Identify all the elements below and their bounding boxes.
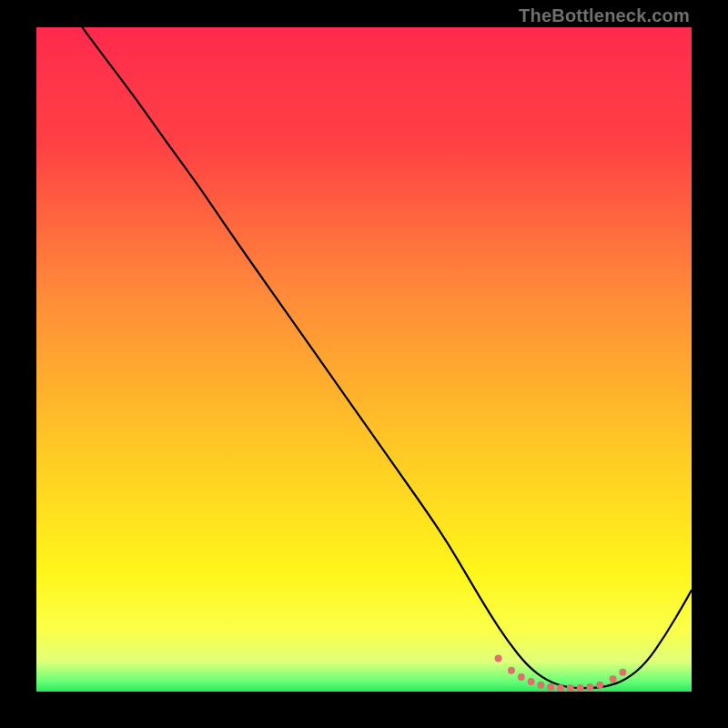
bottleneck-curve	[36, 27, 692, 692]
plot-area	[36, 27, 692, 692]
trough-dot	[495, 655, 502, 662]
trough-dot	[619, 669, 626, 676]
trough-dot	[557, 684, 564, 692]
trough-dot	[508, 667, 515, 674]
trough-dot	[537, 682, 544, 689]
trough-dot	[567, 684, 574, 692]
trough-dot	[596, 682, 603, 689]
trough-dot	[528, 678, 535, 685]
trough-dot	[586, 683, 593, 691]
trough-dot	[610, 675, 617, 682]
trough-dot	[518, 673, 525, 681]
trough-dot	[577, 684, 584, 692]
curve-line	[82, 27, 692, 688]
trough-dot	[547, 683, 554, 691]
watermark-text: TheBottleneck.com	[519, 5, 690, 26]
chart-frame: TheBottleneck.com	[0, 0, 728, 728]
